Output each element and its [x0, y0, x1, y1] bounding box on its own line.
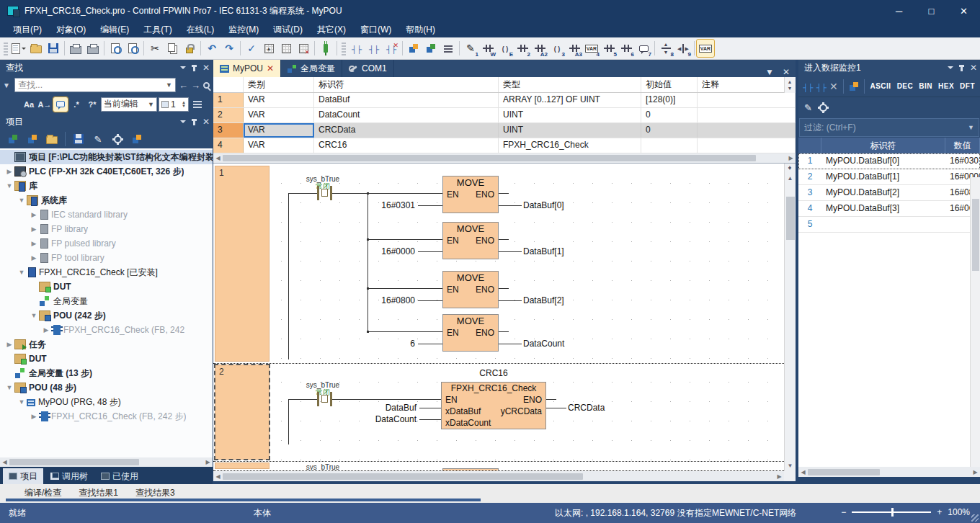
- coil-tool-button[interactable]: E: [496, 40, 514, 57]
- cell-comment[interactable]: [698, 123, 796, 138]
- function-tool-button[interactable]: A3: [566, 40, 583, 57]
- tree-item-13[interactable]: ▶任务: [0, 337, 213, 352]
- tree-item-15[interactable]: 全局变量 (13 步): [0, 366, 213, 380]
- cell-initial[interactable]: 0: [641, 123, 698, 138]
- pane-menu-icon[interactable]: [948, 66, 953, 72]
- contact-bar[interactable]: [317, 186, 319, 200]
- panel-tab-项目[interactable]: 项目: [3, 468, 43, 484]
- edit-monitor-button[interactable]: ✎: [804, 102, 812, 113]
- tree-item-6[interactable]: ▶FP pulsed library: [0, 236, 213, 251]
- whole-word-toggle[interactable]: A→: [37, 97, 52, 112]
- panel-tab-已使用[interactable]: 已使用: [95, 468, 144, 484]
- menu-item-8[interactable]: 窗口(W): [353, 22, 398, 37]
- compile-all-button[interactable]: [277, 40, 295, 57]
- tree-item-3[interactable]: ▼系统库: [0, 193, 213, 207]
- scroll-left-icon[interactable]: ◀: [213, 155, 223, 161]
- scroll-right-icon[interactable]: ▶: [971, 469, 980, 475]
- tree-item-4[interactable]: ▶IEC standard library: [0, 207, 213, 222]
- delete-variable-button[interactable]: ✕: [829, 81, 838, 92]
- rename-button[interactable]: ✎: [89, 130, 107, 148]
- contact-bar[interactable]: [317, 392, 319, 406]
- output-tab-0[interactable]: 编译/检查: [16, 484, 70, 499]
- tree-item-18[interactable]: ▶FPXH_CRC16_Check (FB, 242 步): [0, 409, 213, 424]
- scroll-left-icon[interactable]: ◀: [213, 473, 223, 480]
- cascade-windows-button[interactable]: [848, 78, 859, 95]
- expand-icon[interactable]: ▶: [29, 225, 39, 233]
- move-block-1[interactable]: MOVEENENO: [442, 222, 499, 259]
- menu-item-6[interactable]: 调试(D): [266, 22, 310, 37]
- doc-tab-全局变量[interactable]: 全局变量: [281, 60, 342, 77]
- cell-identifier[interactable]: CRC16: [314, 138, 499, 153]
- cell-type[interactable]: UINT: [499, 108, 641, 122]
- page-setup-button[interactable]: [67, 40, 84, 57]
- new-document-button[interactable]: [10, 40, 27, 57]
- redo-button[interactable]: ↷: [220, 40, 238, 57]
- fb-block[interactable]: FPXH_CRC16_CheckENENOxDataBufyCRCDataxDa…: [441, 382, 546, 429]
- grid-splitter-icon[interactable]: [784, 77, 796, 93]
- pane-menu-icon[interactable]: [180, 66, 186, 72]
- add-device-button[interactable]: [4, 130, 22, 148]
- zoom-slider[interactable]: [852, 511, 931, 513]
- maximize-button[interactable]: □: [915, 0, 948, 22]
- undo-button[interactable]: ↶: [203, 40, 220, 57]
- cell-comment[interactable]: [698, 108, 796, 122]
- add-item-button[interactable]: [24, 130, 41, 148]
- contact-2-tool-button[interactable]: 2: [514, 40, 531, 57]
- cell-identifier[interactable]: MyPOU.DataBuf[1]: [821, 169, 945, 184]
- close-button[interactable]: ✕: [948, 0, 980, 22]
- menu-item-0[interactable]: 项目(P): [6, 22, 49, 37]
- cell-initial[interactable]: 0: [641, 108, 698, 122]
- zoom-handle[interactable]: [891, 508, 894, 517]
- search-history-dropdown-icon[interactable]: ▼: [166, 81, 172, 89]
- scroll-thumb[interactable]: [972, 199, 979, 271]
- insert-variable-button[interactable]: [422, 40, 440, 57]
- pin-icon[interactable]: [193, 65, 195, 71]
- tree-item-17[interactable]: ▼MyPOU (PRG, 48 步): [0, 395, 213, 409]
- move-block-2[interactable]: MOVEENENO: [442, 271, 499, 308]
- contact-pulse-tool-button[interactable]: A2: [531, 40, 548, 57]
- tree-item-1[interactable]: ▶PLC (FP-XH 32k C40ET,C60ET, 326 步): [0, 164, 213, 179]
- menu-item-2[interactable]: 编辑(E): [93, 22, 136, 37]
- cell-identifier[interactable]: DataCount: [314, 108, 499, 122]
- monitor-vscrollbar[interactable]: [970, 177, 980, 467]
- zoom-out-icon[interactable]: −: [841, 507, 846, 517]
- compile-changed-button[interactable]: [295, 40, 312, 57]
- monitor-row-3[interactable]: 3MyPOU.DataBuf[2]16#0800: [798, 185, 980, 201]
- protect-button[interactable]: [181, 40, 198, 57]
- scroll-thumb[interactable]: [223, 155, 756, 161]
- close-icon[interactable]: ✕: [202, 117, 210, 127]
- pin-icon[interactable]: [193, 119, 195, 125]
- network-number[interactable]: 1: [215, 166, 270, 362]
- contact-bar[interactable]: [330, 186, 332, 200]
- menu-item-7[interactable]: 其它(X): [310, 22, 353, 37]
- menu-item-5[interactable]: 监控(M): [221, 22, 266, 37]
- monitor-filter-input[interactable]: 过滤: (Ctrl+F) ▼: [799, 118, 979, 137]
- panel-tab-调用树[interactable]: 调用树: [45, 468, 94, 484]
- output-tab-2[interactable]: 查找结果3: [127, 484, 184, 499]
- cell-comment[interactable]: [698, 138, 796, 153]
- find-previous-button[interactable]: ←: [179, 80, 188, 91]
- format-bin-button[interactable]: BIN: [918, 81, 933, 91]
- cut-button[interactable]: ✂: [146, 40, 164, 57]
- move-block-3[interactable]: MOVEENENO: [442, 314, 499, 352]
- doc-tab-COM1[interactable]: COM1: [342, 60, 394, 77]
- search-expander-icon[interactable]: ▼: [3, 81, 12, 89]
- regex-toggle[interactable]: .*: [69, 97, 84, 112]
- variable-grid-hscrollbar[interactable]: ◀▶: [213, 153, 796, 163]
- export-button[interactable]: [128, 130, 146, 148]
- wildcard-toggle[interactable]: ?*: [85, 97, 99, 112]
- cell-identifier[interactable]: [821, 217, 945, 232]
- cell-class[interactable]: VAR: [244, 138, 314, 153]
- scroll-right-icon[interactable]: ▶: [786, 155, 796, 161]
- tree-item-10[interactable]: 全局变量: [0, 294, 213, 308]
- expand-icon[interactable]: ▶: [29, 413, 39, 420]
- expand-icon[interactable]: ▶: [41, 326, 51, 334]
- scroll-up-icon[interactable]: ▲: [785, 174, 796, 184]
- cell-value[interactable]: 16#0301: [945, 153, 980, 169]
- cell-identifier[interactable]: MyPOU.DataBuf[0]: [821, 153, 945, 169]
- format-ascii-button[interactable]: ASCII: [869, 81, 891, 91]
- project-tree-hscrollbar[interactable]: ◀ ▶: [0, 457, 213, 467]
- menu-item-9[interactable]: 帮助(H): [398, 22, 442, 37]
- print-button[interactable]: [84, 40, 102, 57]
- collapse-icon[interactable]: ▼: [4, 384, 14, 391]
